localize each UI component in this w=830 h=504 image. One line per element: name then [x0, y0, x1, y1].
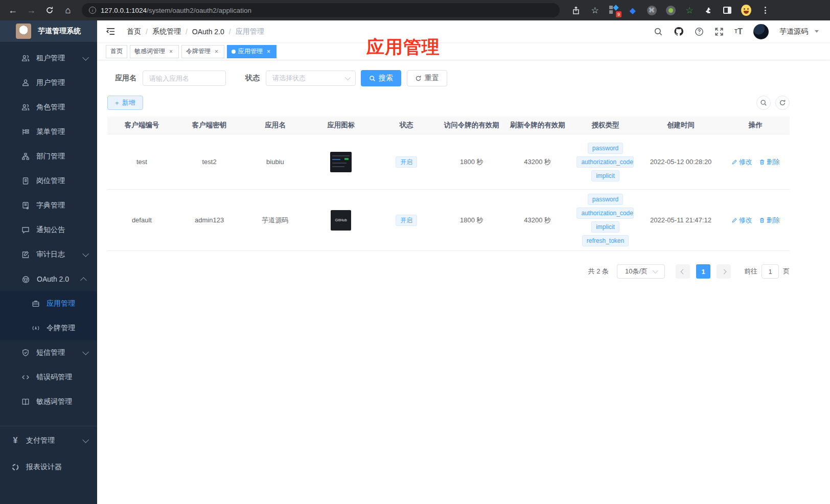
user-dropdown-caret-icon[interactable] [815, 30, 819, 33]
sidebar-item-payment[interactable]: ¥ 支付管理 [0, 428, 97, 453]
extension-star[interactable]: ☆ [684, 5, 695, 15]
breadcrumb-oauth[interactable]: OAuth 2.0 [192, 28, 224, 36]
extension-shortcuts[interactable]: ⌘ [647, 5, 657, 15]
status-badge: 开启 [396, 156, 417, 168]
close-icon[interactable]: × [265, 48, 272, 55]
browser-menu-button[interactable] [760, 5, 770, 15]
bookmark-button[interactable]: ☆ [590, 5, 600, 15]
github-icon [674, 27, 684, 36]
side-panel-button[interactable] [722, 5, 732, 15]
next-page-button[interactable] [717, 264, 731, 279]
reset-button[interactable]: 重置 [407, 70, 447, 86]
sidebar-item-notice[interactable]: 通知公告 [0, 218, 97, 242]
sidebar-logo[interactable]: 芋道管理系统 [0, 20, 97, 42]
pagination: 共 2 条 10条/页 1 前往 页 [107, 264, 790, 279]
chevron-down-icon [82, 349, 89, 355]
breadcrumb: 首页 / 系统管理 / OAuth 2.0 / 应用管理 [127, 27, 264, 36]
sidebar-item-label: 字典管理 [36, 201, 65, 210]
site-info-icon[interactable]: i [89, 7, 96, 14]
sidebar-item-error-code[interactable]: 错误码管理 [0, 365, 97, 390]
delete-button[interactable]: 删除 [759, 157, 780, 167]
users-icon [21, 54, 30, 62]
applications-table: 客户端编号 客户端密钥 应用名 应用图标 状态 访问令牌的有效期 刷新令牌的有效… [107, 117, 790, 251]
filter-form: 应用名 状态 请选择状态 搜索 重置 [115, 70, 830, 86]
refresh-table-button[interactable] [775, 96, 790, 110]
sidebar-item-audit-log[interactable]: 审计日志 [0, 242, 97, 267]
org-chart-icon [21, 152, 30, 161]
side-panel-icon [723, 7, 731, 14]
url-host: 127.0.0.1:1024 [101, 7, 147, 14]
tab-sensitive-word[interactable]: 敏感词管理 × [130, 45, 179, 58]
extensions-button[interactable] [703, 5, 713, 15]
active-dot-icon [232, 50, 236, 54]
search-icon [654, 27, 663, 36]
extension-badge: 9 [616, 11, 621, 17]
browser-reload-button[interactable] [42, 3, 57, 18]
chevron-right-icon [721, 269, 726, 274]
page-size-select[interactable]: 10条/页 [617, 264, 665, 279]
grant-tag: authorization_code [577, 156, 634, 168]
user-avatar[interactable] [753, 24, 769, 39]
sidebar-item-user[interactable]: 用户管理 [0, 71, 97, 95]
add-button[interactable]: + 新增 [107, 96, 143, 110]
github-link[interactable] [674, 27, 684, 36]
status-select[interactable]: 请选择状态 [266, 71, 356, 86]
edit-button[interactable]: 修改 [731, 157, 752, 167]
open-book-icon [21, 398, 30, 406]
edit-button[interactable]: 修改 [731, 216, 752, 225]
sidebar-item-dict[interactable]: 字典管理 [0, 193, 97, 218]
sidebar-item-post[interactable]: 岗位管理 [0, 169, 97, 193]
sidebar-collapse-button[interactable] [106, 27, 116, 36]
sidebar-item-oauth-token[interactable]: 令牌管理 [0, 316, 97, 340]
edit-icon [731, 217, 737, 223]
audit-log-icon [21, 250, 30, 259]
chevron-down-icon [82, 437, 89, 443]
browser-home-button[interactable]: ⌂ [60, 3, 76, 18]
grant-tag: authorization_code [577, 208, 634, 219]
breadcrumb-system[interactable]: 系统管理 [152, 27, 181, 36]
show-search-toggle-button[interactable] [756, 96, 771, 110]
share-button[interactable] [571, 5, 581, 15]
sidebar-item-dept[interactable]: 部门管理 [0, 144, 97, 169]
search-button[interactable]: 搜索 [361, 70, 401, 86]
grant-tag: implicit [591, 221, 619, 233]
prev-page-button[interactable] [676, 264, 690, 279]
extension-recorder[interactable] [665, 5, 676, 15]
sidebar-item-label: 部门管理 [36, 152, 65, 161]
page-number-1[interactable]: 1 [696, 264, 710, 279]
table-row: default admin123 芋道源码 GitHub 开启 1800 秒 4… [107, 190, 790, 251]
status-label: 状态 [245, 74, 260, 83]
sidebar-item-menu[interactable]: 菜单管理 [0, 120, 97, 144]
sidebar-item-role[interactable]: 角色管理 [0, 95, 97, 120]
sidebar-item-oauth[interactable]: OAuth 2.0 [0, 267, 97, 291]
close-icon[interactable]: × [168, 48, 174, 55]
header-search-button[interactable] [654, 27, 663, 36]
tab-application[interactable]: 应用管理 × [227, 45, 276, 58]
tab-home[interactable]: 首页 [106, 45, 127, 58]
extension-tab-manager[interactable]: 9 [609, 5, 619, 15]
browser-profile-avatar[interactable] [741, 5, 751, 15]
delete-button[interactable]: 删除 [759, 216, 780, 225]
browser-back-button[interactable]: ← [5, 3, 20, 18]
browser-forward-button[interactable]: → [24, 3, 39, 18]
sidebar-item-sms[interactable]: 短信管理 [0, 340, 97, 365]
fullscreen-button[interactable] [714, 27, 724, 36]
address-bar[interactable]: i 127.0.0.1:1024/system/oauth2/oauth2/ap… [82, 3, 560, 17]
tab-token[interactable]: 令牌管理 × [181, 45, 224, 58]
refresh-icon [415, 75, 422, 82]
sidebar-item-report-designer[interactable]: 报表设计器 [0, 455, 97, 479]
extension-gem[interactable]: ◆ [628, 5, 638, 15]
sidebar-item-oauth-application[interactable]: 应用管理 [0, 291, 97, 316]
sidebar-item-tenant[interactable]: 租户管理 [0, 46, 97, 71]
trash-icon [759, 159, 765, 165]
sidebar-item-sensitive-word[interactable]: 敏感词管理 [0, 390, 97, 414]
font-size-button[interactable]: TT [734, 27, 743, 36]
breadcrumb-home[interactable]: 首页 [127, 27, 141, 36]
help-button[interactable] [695, 27, 704, 36]
goto-page-input[interactable] [762, 264, 779, 279]
kebab-menu-icon [765, 7, 766, 14]
app-name-input[interactable] [143, 71, 226, 86]
close-icon[interactable]: × [213, 48, 220, 55]
trash-icon [759, 217, 765, 223]
page-content: 应用名 状态 请选择状态 搜索 重置 [97, 60, 830, 504]
